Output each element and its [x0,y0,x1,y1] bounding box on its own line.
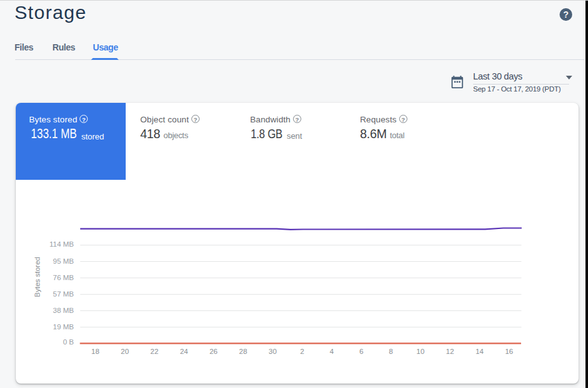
svg-text:18: 18 [92,348,100,355]
svg-text:57 MB: 57 MB [53,290,75,298]
svg-text:0 B: 0 B [63,338,75,346]
svg-text:Bytes stored: Bytes stored [33,257,41,297]
svg-text:4: 4 [330,348,334,355]
svg-text:6: 6 [359,348,363,355]
svg-text:10: 10 [416,348,424,355]
svg-text:28: 28 [239,348,248,355]
svg-text:14: 14 [476,348,484,355]
svg-text:30: 30 [268,348,277,355]
svg-text:19 MB: 19 MB [53,323,75,331]
svg-text:8: 8 [389,348,393,355]
svg-text:2: 2 [300,348,304,355]
svg-text:95 MB: 95 MB [53,257,75,265]
svg-text:12: 12 [446,348,454,355]
svg-text:16: 16 [505,348,513,355]
svg-text:22: 22 [150,348,159,355]
svg-text:20: 20 [121,348,129,355]
svg-text:24: 24 [180,348,188,355]
svg-text:114 MB: 114 MB [49,240,74,248]
svg-text:38 MB: 38 MB [53,307,75,314]
svg-text:26: 26 [210,348,218,355]
svg-text:76 MB: 76 MB [53,274,75,281]
